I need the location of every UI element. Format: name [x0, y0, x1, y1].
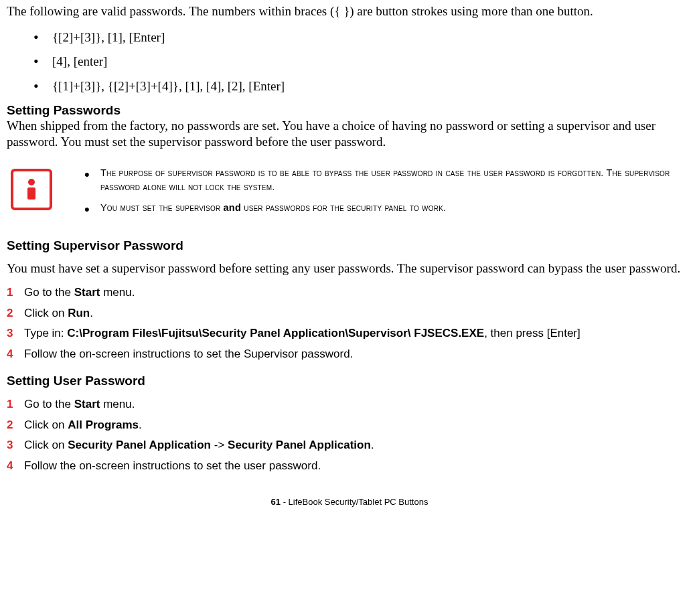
step-text: . [90, 307, 93, 319]
setting-passwords-body: When shipped from the factory, no passwo… [7, 118, 692, 150]
supervisor-step-3: 3 Type in: C:\Program Files\Fujitsu\Secu… [7, 325, 692, 342]
user-heading: Setting User Password [7, 373, 692, 389]
user-steps: 1 Go to the Start menu. 2 Click on All P… [7, 396, 692, 474]
step-number: 1 [7, 396, 24, 413]
supervisor-steps: 1 Go to the Start menu. 2 Click on Run. … [7, 284, 692, 362]
supervisor-step-2: 2 Click on Run. [7, 305, 692, 322]
step-text: Go to the [24, 398, 74, 410]
info-text-2b: and [224, 202, 241, 213]
step-bold: Security Panel Application [68, 439, 211, 451]
info-text-2a: You must set the supervisor [100, 202, 224, 213]
step-text: -> [211, 439, 228, 451]
info-note-line-1: The purpose of supervisor password is to… [84, 166, 692, 194]
supervisor-heading: Setting Supervisor Password [7, 238, 692, 254]
page-footer: 61 - LifeBook Security/Tablet PC Buttons [7, 497, 692, 508]
supervisor-body: You must have set a supervisor password … [7, 260, 692, 277]
footer-title: LifeBook Security/Tablet PC Buttons [289, 497, 429, 507]
step-text: , then press [Enter] [484, 327, 580, 339]
step-number: 2 [7, 416, 24, 434]
step-text: Follow the on-screen instructions to set… [24, 348, 353, 360]
step-bold: Security Panel Application [228, 439, 371, 451]
step-text: Type in: [24, 327, 67, 339]
intro-paragraph: The following are valid passwords. The n… [7, 3, 692, 19]
step-number: 3 [7, 325, 24, 342]
step-text: Click on [24, 418, 68, 431]
user-step-3: 3 Click on Security Panel Application ->… [7, 437, 692, 454]
footer-sep: - [281, 497, 289, 507]
step-bold: Start [74, 398, 100, 410]
step-text: menu. [100, 398, 135, 410]
step-text: . [371, 439, 374, 451]
step-text: Click on [24, 307, 68, 319]
info-note-line-2: You must set the supervisor and user pas… [84, 201, 692, 215]
user-step-2: 2 Click on All Programs. [7, 416, 692, 434]
step-bold: C:\Program Files\Fujitsu\Security Panel … [67, 327, 484, 339]
step-number: 4 [7, 345, 24, 363]
info-icon [11, 169, 52, 210]
svg-rect-1 [27, 187, 35, 200]
step-bold: Start [74, 286, 100, 299]
step-number: 4 [7, 457, 24, 475]
step-text: Go to the [24, 286, 74, 299]
info-text-2c: user passwords for the security panel to… [241, 202, 446, 213]
step-text: . [139, 418, 142, 431]
step-number: 3 [7, 437, 24, 454]
user-step-1: 1 Go to the Start menu. [7, 396, 692, 413]
info-content: The purpose of supervisor password is to… [84, 166, 692, 222]
step-text: menu. [100, 286, 135, 299]
step-bold: All Programs [68, 418, 139, 431]
step-bold: Run [68, 307, 90, 319]
step-text: Click on [24, 439, 68, 451]
password-example-1: {[2]+[3]}, [1], [Enter] [33, 29, 692, 47]
svg-point-0 [28, 179, 35, 185]
setting-passwords-heading: Setting Passwords [7, 102, 692, 119]
info-note: The purpose of supervisor password is to… [11, 166, 692, 222]
supervisor-step-1: 1 Go to the Start menu. [7, 284, 692, 301]
password-example-2: [4], [enter] [33, 53, 692, 71]
supervisor-step-4: 4 Follow the on-screen instructions to s… [7, 345, 692, 363]
step-number: 1 [7, 284, 24, 301]
step-text: Follow the on-screen instructions to set… [24, 459, 321, 472]
step-number: 2 [7, 305, 24, 322]
password-example-3: {[1]+[3]}, {[2]+[3]+[4]}, [1], [4], [2],… [33, 78, 692, 96]
page-number: 61 [271, 497, 281, 507]
password-examples-list: {[2]+[3]}, [1], [Enter] [4], [enter] {[1… [33, 29, 692, 96]
info-text-1: The purpose of supervisor password is to… [100, 167, 670, 192]
user-step-4: 4 Follow the on-screen instructions to s… [7, 457, 692, 475]
